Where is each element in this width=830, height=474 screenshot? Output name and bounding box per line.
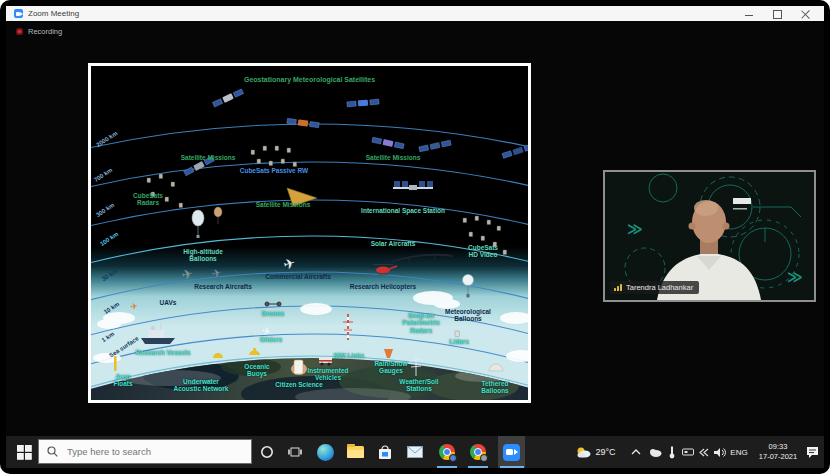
mail-button[interactable] — [402, 436, 428, 468]
windows-taskbar: 29°C — [6, 436, 824, 468]
recording-indicator: Recording — [16, 27, 62, 36]
file-explorer-button[interactable] — [342, 436, 368, 468]
windows-logo-icon — [17, 445, 32, 460]
recording-label: Recording — [28, 27, 62, 36]
show-hidden-icons-button[interactable] — [628, 436, 644, 468]
thermometer-tray-button[interactable] — [665, 436, 679, 468]
label-cubesats-passive: CubeSats Passive RW — [240, 167, 309, 174]
label-satellite-missions: Satellite Missions — [181, 154, 236, 161]
label-weather-soil-stations: Weather/Soil Stations — [393, 378, 445, 393]
satellite-icon — [287, 118, 320, 128]
svg-text:≫: ≫ — [627, 220, 643, 238]
label-commercial-aircrafts: Commercial Aircrafts — [265, 273, 331, 280]
label-underwater-acoustic: Underwater Acoustic Network — [169, 378, 233, 393]
cast-tray-button[interactable] — [697, 436, 711, 468]
weather-widget[interactable]: 29°C — [566, 436, 626, 468]
radio-tower-icon — [343, 314, 353, 340]
weather-icon — [576, 446, 591, 458]
tethered-balloon-icon — [489, 364, 503, 371]
label-tethered-balloons: Tethered Balloons — [473, 380, 517, 395]
svg-text:✈: ✈ — [281, 254, 297, 273]
file-explorer-icon — [347, 446, 364, 458]
chrome-icon — [470, 444, 486, 460]
active-app-indicator — [500, 466, 524, 468]
close-button[interactable] — [800, 9, 810, 19]
edge-button[interactable] — [312, 436, 338, 468]
chrome-button-1[interactable] — [434, 436, 460, 468]
zoom-taskbar-button[interactable] — [498, 436, 525, 468]
label-drones: Drones — [262, 310, 284, 317]
zoom-window-titlebar: Zoom Meeting — [6, 6, 824, 21]
drone-icon — [265, 302, 281, 306]
helicopter-icon — [373, 265, 397, 275]
satellite-icon — [212, 89, 244, 108]
label-research-aircrafts: Research Aircrafts — [194, 283, 252, 290]
active-app-indicator — [437, 466, 457, 468]
label-snap-radars: Snap-on Polarimetric Radars — [393, 312, 449, 334]
edge-icon — [317, 444, 334, 461]
volume-tray-button[interactable] — [712, 436, 728, 468]
chrome-badge — [480, 454, 488, 462]
onedrive-tray-button[interactable] — [646, 436, 664, 468]
label-solar-aircrafts: Solar Aircrafts — [371, 240, 416, 247]
active-app-indicator — [468, 466, 488, 468]
task-view-icon — [288, 446, 302, 458]
recording-dot-icon — [16, 28, 23, 35]
label-iss: International Space Station — [361, 207, 445, 214]
maximize-button[interactable] — [772, 9, 782, 19]
argo-float-icon — [114, 356, 117, 371]
high-altitude-balloon-icon — [192, 207, 222, 238]
usb-tray-button[interactable] — [680, 436, 696, 468]
rain-gauge-icon — [384, 349, 393, 358]
store-icon — [378, 445, 392, 460]
taskbar-search[interactable] — [38, 439, 252, 464]
label-research-vessels: Research Vessels — [136, 349, 191, 356]
label-satellite-missions: Satellite Missions — [256, 201, 311, 208]
chrome-button-2[interactable] — [465, 436, 491, 468]
search-input[interactable] — [65, 445, 229, 458]
participant-video-tile[interactable]: ≫ ≫ Tarendra Ladhankar — [603, 170, 816, 302]
slide-title: Geostationary Meteorological Satellites — [244, 76, 375, 84]
satellite-icon — [419, 140, 452, 153]
svg-text:✈: ✈ — [211, 266, 223, 281]
thermometer-icon — [669, 446, 675, 459]
store-button[interactable] — [372, 436, 398, 468]
cortana-button[interactable] — [254, 436, 280, 468]
mail-icon — [407, 446, 423, 458]
weather-temp: 29°C — [595, 447, 615, 457]
task-view-button[interactable] — [282, 436, 308, 468]
window-title: Zoom Meeting — [28, 9, 79, 18]
meeting-content-area: Recording — [6, 21, 824, 436]
label-lidars: Lidars — [449, 338, 469, 345]
language-indicator[interactable]: ENG — [728, 436, 750, 468]
taskbar-clock[interactable]: 09:33 17-07-2021 — [750, 436, 806, 468]
label-mw-links: MW Links — [334, 352, 364, 359]
cast-arrows-icon — [699, 448, 709, 457]
action-center-button[interactable] — [802, 436, 822, 468]
svg-text:≫: ≫ — [787, 268, 803, 286]
cortana-icon — [260, 445, 274, 459]
minimize-button[interactable] — [744, 9, 754, 19]
lidar-icon — [455, 331, 460, 337]
participant-name-tag: Tarendra Ladhankar — [610, 281, 699, 294]
solar-aircraft-icon — [391, 255, 453, 263]
iss-icon — [393, 181, 433, 190]
label-argo-floats: Argo Floats — [106, 373, 140, 388]
label-high-altitude-balloons: High-altitude Balloons — [179, 248, 227, 263]
satellite-icon — [372, 137, 405, 150]
volume-icon — [714, 447, 727, 458]
start-button[interactable] — [12, 436, 36, 468]
search-icon — [47, 446, 58, 457]
svg-text:✈: ✈ — [130, 301, 140, 312]
label-research-helicopters: Research Helicopters — [350, 283, 416, 290]
clock-date: 17-07-2021 — [759, 452, 797, 462]
onedrive-cloud-icon — [648, 448, 662, 457]
connection-signal-icon — [614, 284, 622, 291]
chevron-up-icon — [631, 449, 641, 455]
zoom-app-icon — [14, 9, 23, 18]
participant-name: Tarendra Ladhankar — [626, 283, 693, 292]
label-rain-snow-gauges: Rain/Snow Gauges — [367, 360, 415, 375]
clock-time: 09:33 — [769, 442, 788, 452]
buoy-icons — [213, 348, 260, 358]
satellite-icon — [347, 99, 379, 108]
